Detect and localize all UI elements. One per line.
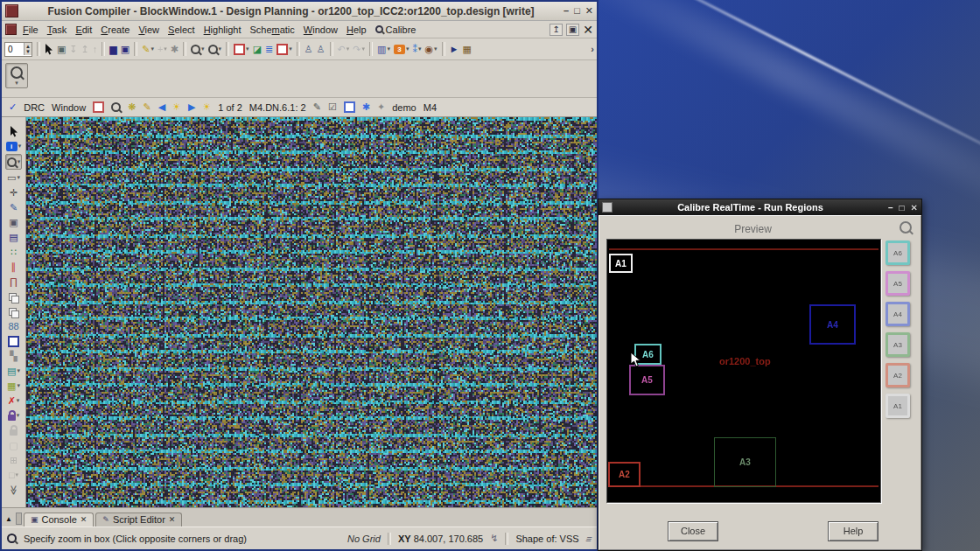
violation-counter[interactable]: 1 of 2: [216, 102, 244, 113]
console-window-icon[interactable]: ▥▾: [375, 41, 392, 57]
snapshot-icon[interactable]: ◉▾: [423, 41, 438, 57]
select-tool-icon[interactable]: [43, 41, 55, 57]
prev-violation-icon[interactable]: ◀: [157, 100, 167, 115]
image-box-icon[interactable]: ▢: [8, 438, 18, 452]
drc-check-icon[interactable]: ✓: [7, 100, 18, 115]
violation-rule[interactable]: M4.DN.6.1: 2: [248, 102, 308, 113]
gray-blocks-icon[interactable]: ▚: [9, 349, 18, 363]
next-violation-icon[interactable]: ▶: [186, 100, 197, 115]
select-cursor-icon[interactable]: [9, 124, 19, 138]
plug-icon[interactable]: ►: [448, 41, 461, 57]
dialog-maximize-button[interactable]: □: [900, 203, 905, 213]
close-button-dialog[interactable]: Close: [668, 521, 718, 541]
edit-rule-icon[interactable]: ✎: [312, 100, 323, 115]
search-icon[interactable]: [109, 100, 122, 115]
detach-view-button[interactable]: ↥: [550, 24, 562, 36]
zoom-box-tool-button[interactable]: ▾: [5, 63, 28, 88]
box-add-icon[interactable]: ⊞: [9, 453, 18, 467]
close-button[interactable]: ✕: [585, 5, 593, 17]
drc-label[interactable]: DRC: [22, 102, 46, 113]
layout-window-icon[interactable]: [91, 100, 106, 115]
dialog-minimize-button[interactable]: –: [888, 203, 893, 213]
window-label[interactable]: Window: [50, 102, 88, 113]
info-icon[interactable]: i▾: [5, 139, 23, 153]
checklist-icon[interactable]: ≣: [263, 41, 275, 57]
edit-pencil-icon[interactable]: ✎▾: [140, 41, 156, 57]
region-a2[interactable]: A2: [608, 462, 640, 487]
region-button-a2[interactable]: A2: [886, 363, 910, 387]
tab-scrollbar[interactable]: [16, 513, 22, 525]
pair-88-icon[interactable]: 88: [7, 319, 19, 333]
unlock-icon[interactable]: [9, 423, 18, 437]
save-view-icon[interactable]: ▤: [8, 230, 18, 244]
route-person-icon[interactable]: ♙: [303, 41, 315, 57]
tab-console[interactable]: ▣Console✕: [24, 513, 94, 527]
options-icon[interactable]: ▣: [55, 41, 67, 57]
minimize-button[interactable]: –: [564, 5, 569, 17]
align-pins-icon[interactable]: ∥: [10, 260, 18, 274]
layout-canvas[interactable]: [26, 117, 597, 507]
menu-create[interactable]: Create: [96, 24, 134, 36]
open-design-icon[interactable]: ▆: [108, 41, 118, 57]
waive-check-icon[interactable]: ☑: [326, 100, 339, 115]
menu-select[interactable]: Select: [164, 24, 200, 36]
title-bar[interactable]: Fusion Compiler - BlockWindow.1 - Design…: [2, 2, 597, 21]
marquee-icon[interactable]: □▾: [8, 468, 19, 482]
menu-window[interactable]: Window: [299, 24, 342, 36]
region-button-a1[interactable]: A1: [886, 394, 910, 418]
redo-icon[interactable]: ↷▾: [351, 41, 367, 57]
layer-label[interactable]: M4: [422, 102, 438, 113]
blue-box-icon[interactable]: [7, 334, 20, 348]
timing-corner-icon[interactable]: ◪: [251, 41, 263, 57]
flash-icon[interactable]: ☀: [171, 100, 183, 115]
group-boxes-icon[interactable]: [8, 304, 20, 318]
menu-edit[interactable]: Edit: [71, 24, 96, 36]
align-bottom-icon[interactable]: ↧: [67, 41, 79, 57]
move-icon[interactable]: ✛: [9, 185, 18, 199]
user-label[interactable]: demo: [390, 102, 418, 113]
align-up-icon[interactable]: ↑: [91, 41, 100, 57]
region-button-a4[interactable]: A4: [886, 302, 910, 326]
expand-chevron-icon[interactable]: ≫: [8, 483, 20, 497]
tab-script-editor[interactable]: ✎Script Editor✕: [95, 513, 182, 527]
restore-view-button[interactable]: ▣: [566, 24, 579, 36]
hierarchy-icon[interactable]: ⁑▾: [410, 41, 423, 57]
reshape-icon[interactable]: ▣: [8, 215, 18, 229]
close-view-button[interactable]: ✕: [583, 23, 593, 37]
save-design-icon[interactable]: ▣: [119, 41, 131, 57]
settings-gear-icon[interactable]: ✱: [360, 100, 372, 115]
zoom-selection-icon[interactable]: ▾: [189, 41, 206, 57]
align-top-icon[interactable]: ↥: [80, 41, 91, 57]
history-spinner[interactable]: 0 ▲▼: [4, 42, 32, 57]
lock-icon[interactable]: ▾: [7, 408, 21, 422]
menu-highlight[interactable]: Highlight: [200, 24, 246, 36]
dialog-title-bar[interactable]: Calibre RealTime - Run Regions – □ ✕: [598, 199, 921, 215]
region-a1[interactable]: A1: [609, 254, 633, 273]
unroute-person-icon[interactable]: ♙: [315, 41, 327, 57]
menu-help[interactable]: Help: [342, 24, 371, 36]
edit-export-icon[interactable]: ✎: [9, 200, 18, 214]
drc-map-icon[interactable]: ▾: [232, 41, 251, 57]
rect-tool-icon[interactable]: ▭▾: [6, 171, 21, 185]
delete-x-icon[interactable]: ✗▾: [7, 394, 21, 408]
menu-view[interactable]: View: [134, 24, 164, 36]
resize-grip-icon[interactable]: ≡: [584, 534, 593, 544]
menu-task[interactable]: Task: [43, 24, 72, 36]
region-button-a6[interactable]: A6: [886, 241, 910, 265]
eco-icon[interactable]: ▾: [275, 41, 294, 57]
tab-close-icon[interactable]: ✕: [169, 515, 176, 524]
menu-calibre[interactable]: Calibre: [371, 24, 421, 36]
tab-close-icon[interactable]: ✕: [80, 515, 88, 524]
rows-stack-icon[interactable]: ▦▾: [6, 379, 21, 393]
region-preview-canvas[interactable]: A1A4A6A5A3A2or1200_top: [606, 239, 881, 503]
flatten-star-icon[interactable]: ✱: [169, 41, 180, 57]
brush-icon[interactable]: ✎: [141, 100, 152, 115]
highlight-paw-icon[interactable]: ❋: [126, 100, 137, 115]
menu-schematic[interactable]: Schematic: [245, 24, 298, 36]
net-hierarchy-icon[interactable]: ∷: [10, 245, 18, 259]
region-button-a3[interactable]: A3: [886, 332, 910, 357]
undo-icon[interactable]: ↶▾: [336, 41, 352, 57]
zoom-fit-icon[interactable]: ▾: [206, 41, 224, 57]
region-a3[interactable]: A3: [714, 437, 776, 487]
toolbar-overflow-icon[interactable]: ›: [591, 45, 594, 54]
